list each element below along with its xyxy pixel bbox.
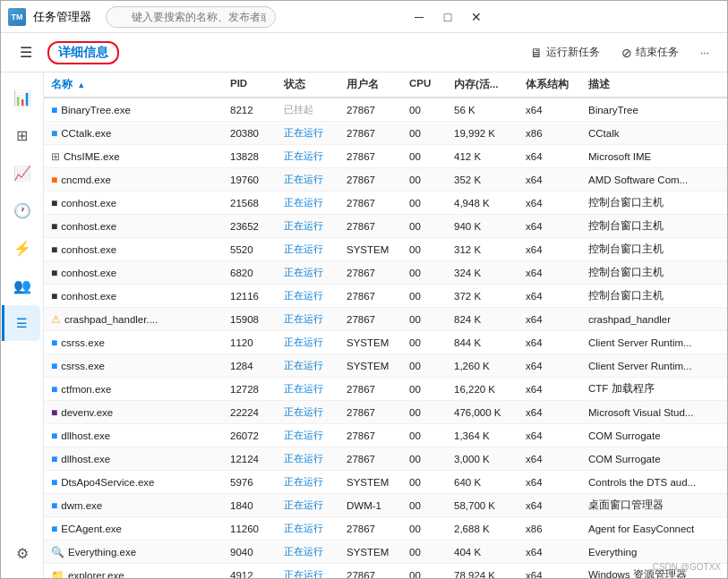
table-row[interactable]: ■ conhost.exe 6820 正在运行 27867 00 324 K x… bbox=[44, 261, 727, 285]
process-name: ⊞ ChsIME.exe bbox=[47, 150, 227, 163]
table-row[interactable]: ■ conhost.exe 21568 正在运行 27867 00 4,948 … bbox=[44, 192, 727, 215]
process-cpu: 00 bbox=[406, 244, 450, 255]
process-name: ■ conhost.exe bbox=[47, 243, 227, 256]
sidebar-item-performance[interactable]: 📈 bbox=[4, 155, 40, 191]
table-row[interactable]: ■ dwm.exe 1840 正在运行 DWM-1 00 58,700 K x6… bbox=[44, 494, 727, 517]
search-input[interactable] bbox=[106, 6, 276, 28]
table-row[interactable]: ■ csrss.exe 1120 正在运行 SYSTEM 00 844 K x6… bbox=[44, 331, 727, 354]
table-row[interactable]: ■ conhost.exe 12116 正在运行 27867 00 372 K … bbox=[44, 285, 727, 308]
sidebar-item-users[interactable]: 👥 bbox=[4, 268, 40, 303]
table-row[interactable]: 📁 explorer.exe 4912 正在运行 27867 00 78,924… bbox=[44, 564, 727, 578]
sidebar-item-apps[interactable]: ⊞ bbox=[4, 117, 40, 153]
window-title: 任务管理器 bbox=[33, 9, 91, 25]
table-row[interactable]: ⊞ ChsIME.exe 13828 正在运行 27867 00 412 K x… bbox=[44, 145, 727, 168]
process-icon: ■ bbox=[51, 383, 57, 396]
table-row[interactable]: ⚠ crashpad_handler.... 15908 正在运行 27867 … bbox=[44, 308, 727, 331]
process-icon: ■ bbox=[51, 430, 57, 442]
process-memory: 476,000 K bbox=[450, 407, 522, 418]
process-cpu: 00 bbox=[406, 477, 450, 488]
page-title-button[interactable]: 详细信息 bbox=[47, 41, 119, 64]
process-name: ■ conhost.exe bbox=[47, 220, 227, 233]
process-memory: 940 K bbox=[450, 221, 522, 232]
process-cpu: 00 bbox=[406, 314, 450, 325]
table-row[interactable]: ■ dllhost.exe 12124 正在运行 27867 00 3,000 … bbox=[44, 447, 727, 471]
run-new-task-button[interactable]: 🖥 运行新任务 bbox=[523, 41, 607, 64]
process-name: 📁 explorer.exe bbox=[47, 569, 227, 579]
minimize-button[interactable]: ─ bbox=[407, 4, 432, 30]
process-status: 正在运行 bbox=[280, 173, 343, 186]
process-status: 正在运行 bbox=[280, 405, 343, 419]
process-memory: 4,948 K bbox=[450, 198, 522, 209]
col-header-status[interactable]: 状态 bbox=[280, 72, 343, 97]
process-name: ■ csrss.exe bbox=[47, 360, 227, 372]
col-header-memory[interactable]: 内存(活... bbox=[450, 72, 522, 97]
process-pid: 11260 bbox=[227, 524, 280, 534]
table-row[interactable]: ■ ECAgent.exe 11260 正在运行 27867 00 2,688 … bbox=[44, 517, 727, 541]
col-header-name[interactable]: 名称 ▲ bbox=[47, 72, 227, 97]
table-row[interactable]: ■ ctfmon.exe 12728 正在运行 27867 00 16,220 … bbox=[44, 378, 727, 401]
col-header-desc[interactable]: 描述 bbox=[585, 72, 724, 97]
process-arch: x64 bbox=[522, 337, 585, 348]
end-task-button[interactable]: ⊘ 结束任务 bbox=[614, 41, 686, 64]
process-pid: 1284 bbox=[227, 361, 280, 371]
process-icon: ■ bbox=[51, 523, 57, 535]
process-pid: 9040 bbox=[227, 547, 280, 558]
col-header-user[interactable]: 用户名 bbox=[343, 72, 406, 97]
col-header-pid[interactable]: PID bbox=[227, 72, 280, 97]
process-arch: x64 bbox=[522, 430, 585, 441]
window-controls: ─ □ ✕ bbox=[407, 4, 489, 30]
table-row[interactable]: ■ csrss.exe 1284 正在运行 SYSTEM 00 1,260 K … bbox=[44, 354, 727, 378]
sidebar-item-startup[interactable]: ⚡ bbox=[4, 230, 40, 266]
process-desc: Client Server Runtim... bbox=[585, 337, 724, 348]
process-arch: x64 bbox=[522, 105, 585, 115]
process-pid: 1120 bbox=[227, 337, 280, 348]
run-task-label: 运行新任务 bbox=[546, 45, 600, 60]
process-cpu: 00 bbox=[406, 221, 450, 232]
table-row[interactable]: ■ DtsApo4Service.exe 5976 正在运行 SYSTEM 00… bbox=[44, 471, 727, 494]
process-memory: 640 K bbox=[450, 477, 522, 488]
sidebar-item-history[interactable]: 🕐 bbox=[4, 192, 40, 228]
more-options-button[interactable]: ··· bbox=[693, 43, 716, 63]
sidebar-item-overview[interactable]: 📊 bbox=[4, 80, 40, 115]
sidebar-item-details[interactable]: ☰ bbox=[2, 305, 40, 341]
table-row[interactable]: ■ BinaryTree.exe 8212 已挂起 27867 00 56 K … bbox=[44, 98, 727, 122]
process-arch: x64 bbox=[522, 570, 585, 579]
process-icon: ■ bbox=[51, 406, 57, 419]
sort-arrow: ▲ bbox=[77, 81, 85, 89]
process-desc: Microsoft Visual Stud... bbox=[585, 407, 724, 418]
process-name-text: ChsIME.exe bbox=[64, 151, 120, 162]
process-icon: ■ bbox=[51, 104, 57, 116]
maximize-button[interactable]: □ bbox=[435, 4, 460, 30]
process-pid: 22224 bbox=[227, 407, 280, 418]
process-status: 正在运行 bbox=[280, 568, 343, 578]
process-icon: ■ bbox=[51, 499, 57, 512]
process-cpu: 00 bbox=[406, 500, 450, 511]
process-pid: 23652 bbox=[227, 221, 280, 232]
process-icon: ■ bbox=[51, 336, 57, 349]
table-row[interactable]: ■ devenv.exe 22224 正在运行 27867 00 476,000… bbox=[44, 401, 727, 424]
process-cpu: 00 bbox=[406, 291, 450, 302]
process-name-text: csrss.exe bbox=[61, 361, 105, 371]
process-desc: Controls the DTS aud... bbox=[585, 477, 724, 488]
process-name-text: conhost.exe bbox=[61, 268, 116, 278]
col-header-arch[interactable]: 体系结构 bbox=[522, 72, 585, 97]
menu-button[interactable]: ☰ bbox=[12, 38, 40, 67]
table-row[interactable]: ■ CCtalk.exe 20380 正在运行 27867 00 19,992 … bbox=[44, 122, 727, 145]
col-header-cpu[interactable]: CPU bbox=[406, 72, 450, 97]
table-row[interactable]: 🔍 Everything.exe 9040 正在运行 SYSTEM 00 404… bbox=[44, 541, 727, 564]
table-row[interactable]: ■ cncmd.exe 19760 正在运行 27867 00 352 K x6… bbox=[44, 168, 727, 192]
table-row[interactable]: ■ conhost.exe 5520 正在运行 SYSTEM 00 312 K … bbox=[44, 238, 727, 261]
close-button[interactable]: ✕ bbox=[464, 4, 489, 30]
process-arch: x64 bbox=[522, 175, 585, 185]
sidebar-item-settings[interactable]: ⚙ bbox=[4, 535, 40, 571]
process-arch: x64 bbox=[522, 384, 585, 395]
title-bar: TM 任务管理器 🔍 ─ □ ✕ bbox=[1, 1, 727, 33]
process-arch: x64 bbox=[522, 454, 585, 464]
table-row[interactable]: ■ dllhost.exe 26072 正在运行 27867 00 1,364 … bbox=[44, 424, 727, 447]
process-cpu: 00 bbox=[406, 151, 450, 162]
process-user: 27867 bbox=[343, 198, 406, 209]
process-pid: 12124 bbox=[227, 454, 280, 464]
process-user: 27867 bbox=[343, 570, 406, 579]
table-row[interactable]: ■ conhost.exe 23652 正在运行 27867 00 940 K … bbox=[44, 215, 727, 238]
process-table-body[interactable]: ■ BinaryTree.exe 8212 已挂起 27867 00 56 K … bbox=[44, 98, 727, 578]
